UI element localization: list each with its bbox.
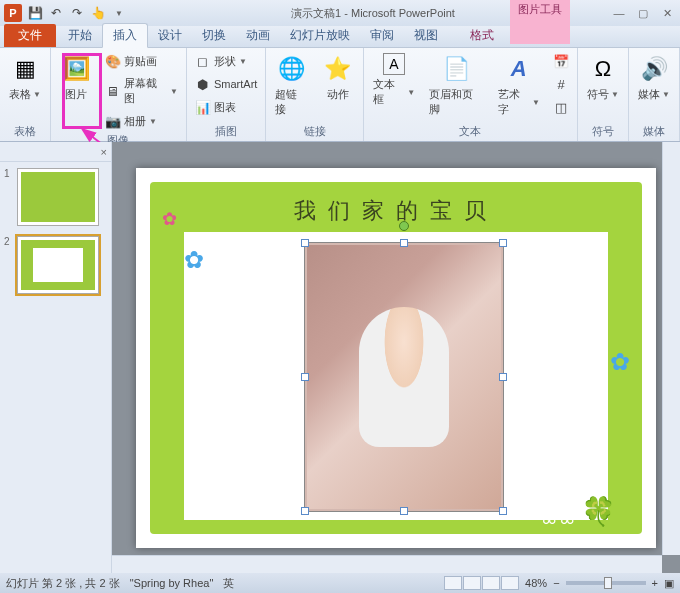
save-icon[interactable]: 💾 [26,4,44,22]
action-button[interactable]: ⭐ 动作 [317,50,359,105]
window-controls: — ▢ ✕ [610,4,676,22]
wordart-button[interactable]: A 艺术字▼ [493,50,545,120]
table-button[interactable]: ▦ 表格▼ [4,50,46,105]
sorter-view-button[interactable] [463,576,481,590]
media-button[interactable]: 🔊 媒体▼ [633,50,675,105]
resize-handle[interactable] [400,239,408,247]
date-icon: 📅 [553,53,569,69]
headerfooter-button[interactable]: 📄 页眉和页脚 [424,50,488,120]
undo-icon[interactable]: ↶ [47,4,65,22]
wordart-icon: A [503,53,535,85]
zoom-thumb[interactable] [604,577,612,589]
redo-icon[interactable]: ↷ [68,4,86,22]
group-text: A 文本框▼ 📄 页眉和页脚 A 艺术字▼ 📅 # ◫ 文本 [364,48,578,141]
slide-thumb-1[interactable]: 1 [4,168,107,226]
wordart-label: 艺术字 [498,87,531,117]
hyperlink-button[interactable]: 🌐 超链接 [270,50,312,120]
minimize-button[interactable]: — [610,4,628,22]
tab-insert[interactable]: 插入 [102,23,148,48]
resize-handle[interactable] [301,239,309,247]
group-symbols: Ω 符号▼ 符号 [578,48,629,141]
picture-icon: 🖼️ [60,53,92,85]
picture-button[interactable]: 🖼️ 图片 [55,50,97,105]
scrollbar-horizontal[interactable] [112,555,662,573]
tab-home[interactable]: 开始 [58,24,102,47]
group-symbols-label: 符号 [582,123,624,141]
resize-handle[interactable] [499,239,507,247]
normal-view-button[interactable] [444,576,462,590]
panel-close-button[interactable]: × [101,146,107,158]
slidenum-button[interactable]: # [549,73,573,95]
qat-more-icon[interactable]: 👆 [89,4,107,22]
zoom-in-button[interactable]: + [652,577,658,589]
resize-handle[interactable] [499,507,507,515]
zoom-level[interactable]: 48% [525,577,547,589]
screenshot-icon: 🖥 [105,83,121,99]
slide-canvas[interactable]: 我们家的宝贝 ✿ ✿ ✿ 🍀 ❀❀ [136,168,656,548]
group-media-label: 媒体 [633,123,675,141]
resize-handle[interactable] [499,373,507,381]
slideshow-view-button[interactable] [501,576,519,590]
view-buttons [444,576,519,590]
slide-editor[interactable]: 我们家的宝贝 ✿ ✿ ✿ 🍀 ❀❀ [112,142,680,573]
slide-thumb-2[interactable]: 2 [4,236,107,294]
file-tab[interactable]: 文件 [4,24,56,47]
screenshot-label: 屏幕截图 [124,76,167,106]
tab-transitions[interactable]: 切换 [192,24,236,47]
deco-bird-icon: ✿ [162,208,177,230]
album-label: 相册 [124,114,146,129]
tab-animations[interactable]: 动画 [236,24,280,47]
close-button[interactable]: ✕ [658,4,676,22]
shapes-label: 形状 [214,54,236,69]
reading-view-button[interactable] [482,576,500,590]
picture-label: 图片 [65,87,87,102]
tab-view[interactable]: 视图 [404,24,448,47]
slides-panel-header: × [0,142,111,162]
symbol-label: 符号 [587,87,609,102]
chart-button[interactable]: 📊图表 [191,96,261,118]
zoom-slider[interactable] [566,581,646,585]
clipart-button[interactable]: 🎨剪贴画 [101,50,182,72]
fit-button[interactable]: ▣ [664,577,674,590]
deco-flower-icon: ✿ [184,246,204,274]
resize-handle[interactable] [301,373,309,381]
rotate-handle[interactable] [399,221,409,231]
symbol-button[interactable]: Ω 符号▼ [582,50,624,105]
theme-name: "Spring by Rhea" [130,577,214,589]
qat-dropdown-icon[interactable]: ▼ [110,4,128,22]
context-tab-header: 图片工具 [510,0,570,44]
textbox-icon: A [383,53,405,75]
language-indicator[interactable]: 英 [223,576,234,591]
slide-title[interactable]: 我们家的宝贝 [136,196,656,226]
tab-design[interactable]: 设计 [148,24,192,47]
resize-handle[interactable] [301,507,309,515]
group-tables: ▦ 表格▼ 表格 [0,48,51,141]
date-button[interactable]: 📅 [549,50,573,72]
album-button[interactable]: 📷相册▼ [101,110,182,132]
ribbon-tabs: 文件 开始 插入 设计 切换 动画 幻灯片放映 审阅 视图 格式 [0,26,680,48]
group-illustrations: ◻形状▼ ⬢SmartArt 📊图表 插图 [187,48,266,141]
app-icon: P [4,4,22,22]
tab-review[interactable]: 审阅 [360,24,404,47]
clipart-label: 剪贴画 [124,54,157,69]
hyperlink-icon: 🌐 [276,53,308,85]
headerfooter-icon: 📄 [440,53,472,85]
screenshot-button[interactable]: 🖥屏幕截图▼ [101,73,182,109]
zoom-out-button[interactable]: − [553,577,559,589]
group-illus-label: 插图 [191,123,261,141]
inserted-picture[interactable] [304,242,504,512]
group-links-label: 链接 [270,123,358,141]
scrollbar-vertical[interactable] [662,142,680,555]
shapes-button[interactable]: ◻形状▼ [191,50,261,72]
maximize-button[interactable]: ▢ [634,4,652,22]
deco-flower-icon: ✿ [610,348,630,376]
tab-format-context[interactable]: 格式 [460,24,504,47]
resize-handle[interactable] [400,507,408,515]
tab-slideshow[interactable]: 幻灯片放映 [280,24,360,47]
object-button[interactable]: ◫ [549,96,573,118]
smartart-button[interactable]: ⬢SmartArt [191,73,261,95]
group-text-label: 文本 [368,123,573,141]
thumb-num: 2 [4,236,14,294]
media-icon: 🔊 [638,53,670,85]
textbox-button[interactable]: A 文本框▼ [368,50,420,110]
